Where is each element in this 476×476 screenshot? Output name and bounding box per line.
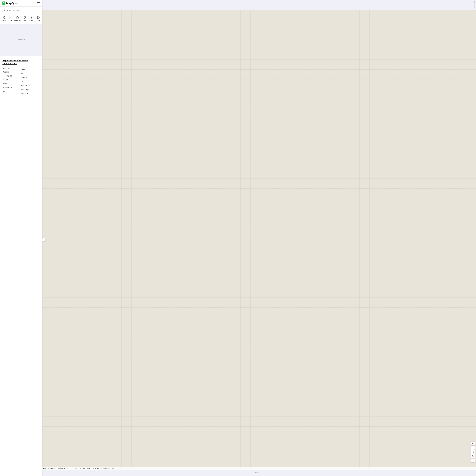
search-bar[interactable] bbox=[2, 8, 40, 12]
cities-right-column: Houston Atlanta Nashville Phoenix San An… bbox=[21, 68, 40, 95]
map-top-ad: Advertisement bbox=[42, 0, 476, 10]
cities-grid: New York Chicago Los Angeles Seattle Mia… bbox=[2, 68, 40, 95]
map-wrapper: Advertisement ‹ + − bbox=[42, 0, 476, 476]
footer-do-not-sell[interactable]: Do Not Sell or Share my Personal Data bbox=[93, 468, 114, 469]
city-dallas[interactable]: Dallas bbox=[2, 90, 21, 94]
footer-privacy[interactable]: Privacy bbox=[73, 468, 77, 469]
explore-heading: Explore top cities in the United States bbox=[2, 59, 40, 65]
category-grocery[interactable]: Grocery bbox=[29, 15, 36, 22]
collapse-icon: ‹ bbox=[44, 239, 44, 241]
bottom-ad-banner: Advertisement bbox=[42, 470, 476, 476]
svg-point-8 bbox=[32, 18, 32, 19]
map-canvas[interactable]: ‹ + − bbox=[42, 10, 476, 470]
food-label: Food bbox=[9, 20, 12, 22]
map-scale: 200 bbox=[43, 468, 46, 469]
category-food[interactable]: Food bbox=[8, 15, 13, 22]
map-footer: 200 © 2024 Mapquest Holdings LLC © HERE … bbox=[42, 467, 476, 470]
share-button[interactable] bbox=[471, 459, 475, 462]
coffee-label: Coffee bbox=[23, 20, 27, 22]
grocery-label: Grocery bbox=[30, 20, 35, 22]
zoom-in-button[interactable]: + bbox=[471, 442, 475, 445]
svg-rect-2 bbox=[3, 3, 4, 4]
share-icon bbox=[472, 459, 474, 461]
svg-rect-11 bbox=[38, 17, 38, 17]
svg-rect-7 bbox=[5, 17, 5, 17]
page-wrapper: MapQuest bbox=[0, 0, 476, 476]
city-san-jose[interactable]: San Jose bbox=[21, 91, 40, 95]
svg-point-9 bbox=[33, 18, 33, 19]
sidebar: MapQuest bbox=[0, 0, 42, 476]
compass-icon bbox=[472, 451, 474, 453]
content-row: MapQuest bbox=[0, 0, 476, 476]
search-input[interactable] bbox=[7, 9, 38, 11]
category-hotels[interactable]: Hotels bbox=[1, 15, 7, 22]
bottom-ad-label: Advertisement bbox=[255, 472, 263, 474]
category-shopping[interactable]: Shopping bbox=[13, 15, 22, 22]
category-coffee[interactable]: Coffee bbox=[22, 15, 28, 22]
collapse-sidebar-button[interactable]: ‹ bbox=[42, 238, 46, 242]
layers-button[interactable] bbox=[471, 454, 475, 458]
layers-icon bbox=[472, 455, 474, 457]
gas-label: Gas bbox=[37, 20, 40, 22]
gas-icon bbox=[37, 16, 40, 19]
svg-rect-5 bbox=[4, 18, 5, 18]
coffee-icon bbox=[24, 16, 27, 19]
compass-button[interactable] bbox=[471, 450, 475, 454]
city-los-angeles[interactable]: Los Angeles bbox=[2, 74, 21, 78]
shopping-icon bbox=[16, 16, 19, 19]
hotels-icon bbox=[3, 16, 6, 19]
hamburger-line-2 bbox=[37, 3, 40, 3]
cities-left-column: New York Chicago Los Angeles Seattle Mia… bbox=[2, 68, 21, 95]
city-nashville[interactable]: Nashville bbox=[21, 76, 40, 80]
hotels-label: Hotels bbox=[2, 20, 6, 22]
city-seattle[interactable]: Seattle bbox=[2, 78, 21, 82]
explore-heading-line2: United States bbox=[2, 62, 40, 65]
city-new-york[interactable]: New York bbox=[2, 67, 10, 71]
svg-rect-6 bbox=[3, 17, 4, 17]
hamburger-line-1 bbox=[37, 2, 40, 3]
svg-marker-13 bbox=[473, 451, 473, 452]
hamburger-line-3 bbox=[37, 4, 40, 4]
city-philadelphia[interactable]: Philadelphia bbox=[2, 86, 21, 90]
sidebar-header: MapQuest bbox=[0, 0, 42, 7]
svg-line-4 bbox=[5, 10, 6, 11]
city-phoenix[interactable]: Phoenix bbox=[21, 80, 40, 84]
map-controls: + − bbox=[471, 442, 475, 462]
sidebar-ad-label: Advertisement bbox=[17, 39, 25, 40]
svg-marker-14 bbox=[473, 452, 473, 453]
food-icon bbox=[9, 16, 12, 19]
city-houston[interactable]: Houston bbox=[21, 68, 40, 72]
quick-categories: Hotels Food bbox=[0, 14, 42, 24]
city-san-diego[interactable]: San Diego bbox=[21, 87, 40, 91]
sidebar-scroll: Advertisement Explore top cities in the … bbox=[0, 24, 42, 476]
map-top-ad-label: Advertisement bbox=[474, 1, 475, 9]
explore-heading-line1: Explore top cities in the bbox=[2, 59, 40, 62]
logo-area[interactable]: MapQuest bbox=[2, 1, 19, 5]
hamburger-button[interactable] bbox=[36, 2, 40, 5]
search-bar-container bbox=[0, 7, 42, 14]
sidebar-ad-section: Advertisement bbox=[0, 24, 42, 56]
footer-legal[interactable]: Legal bbox=[78, 468, 82, 469]
zoom-out-button[interactable]: − bbox=[471, 446, 475, 450]
city-san-antonio[interactable]: San Antonio bbox=[21, 84, 40, 87]
scale-value: 200 bbox=[44, 468, 46, 469]
city-miami[interactable]: Miami bbox=[2, 82, 21, 86]
search-icon bbox=[4, 9, 6, 11]
grocery-icon bbox=[31, 16, 34, 19]
category-gas[interactable]: Gas bbox=[36, 15, 41, 22]
logo-text: MapQuest bbox=[6, 2, 19, 5]
explore-section: Explore top cities in the United States … bbox=[0, 56, 42, 98]
city-atlanta[interactable]: Atlanta bbox=[21, 72, 40, 76]
map-copyright: © 2024 Mapquest Holdings LLC bbox=[48, 468, 65, 469]
mapquest-logo-icon bbox=[2, 1, 5, 5]
footer-here[interactable]: © HERE bbox=[67, 468, 71, 469]
shopping-label: Shopping bbox=[14, 20, 21, 22]
footer-about-ads[interactable]: About Our Ads bbox=[83, 468, 91, 469]
